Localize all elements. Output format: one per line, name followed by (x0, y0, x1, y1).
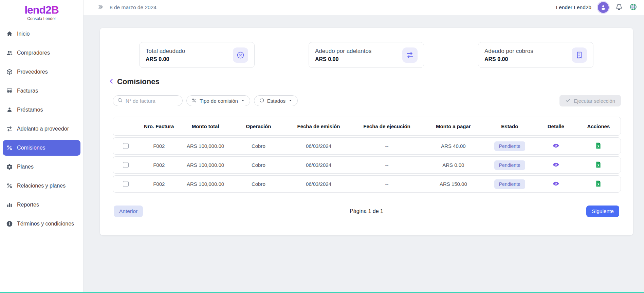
card-value: ARS 0.00 (315, 56, 371, 62)
table-row: F002 ARS 100,000.00 Cobro 06/03/2024 -- … (113, 137, 621, 155)
summary-card-adeudo-adelantos: Adeudo por adelantos ARS 0.00 (309, 42, 424, 68)
previous-page-button[interactable]: Anterior (114, 206, 143, 217)
sidebar-item-label: Inicio (17, 31, 30, 37)
language-globe-button[interactable] (629, 3, 637, 12)
sidebar: lend2B Consola Lender Inicio Compradores… (0, 0, 84, 293)
export-excel-button[interactable] (594, 141, 603, 151)
sidebar-item-facturas[interactable]: Facturas (3, 83, 80, 99)
cell-factura: F002 (139, 162, 180, 168)
sidebar-nav: Inicio Compradores Proveedores Facturas … (0, 26, 83, 232)
summary-cards: Total adeudado ARS 0.00 Adeudo por adela… (100, 28, 633, 68)
logo-subtitle: Consola Lender (0, 16, 83, 21)
sidebar-collapse-button[interactable] (96, 3, 105, 12)
invoice-search (113, 95, 183, 106)
card-value: ARS 0.00 (484, 56, 533, 62)
export-excel-button[interactable] (594, 179, 603, 189)
gear-icon (6, 163, 13, 171)
cell-fecha-ejecucion: -- (352, 143, 422, 149)
sidebar-item-inicio[interactable]: Inicio (3, 26, 80, 42)
search-input[interactable] (126, 98, 178, 104)
row-checkbox[interactable] (123, 181, 129, 187)
view-detail-button[interactable] (552, 179, 560, 189)
topbar-right-cluster: Lender Lend2b (556, 2, 637, 13)
cell-fecha-emision: 06/03/2024 (286, 143, 351, 149)
cell-fecha-emision: 06/03/2024 (286, 181, 351, 187)
table-header-row: Nro. Factura Monto total Operación Fecha… (113, 117, 621, 136)
chevron-down-icon (241, 98, 245, 104)
cell-factura: F002 (139, 143, 180, 149)
sidebar-item-label: Relaciones y planes (17, 183, 66, 189)
sidebar-item-adelanto-a-proveedor[interactable]: Adelanto a proveedor (3, 121, 80, 137)
status-filter[interactable]: Estados (254, 95, 298, 106)
main-panel: Total adeudado ARS 0.00 Adeudo por adela… (100, 28, 633, 235)
table-icon (6, 87, 13, 95)
receipt-icon (572, 47, 587, 63)
eye-icon (552, 161, 559, 169)
row-checkbox[interactable] (123, 162, 129, 168)
commission-type-filter[interactable]: Tipo de comisión (186, 95, 250, 106)
commissions-table: Nro. Factura Monto total Operación Fecha… (113, 117, 621, 193)
sidebar-item-terminos-y-condiciones[interactable]: Términos y condiciones (3, 216, 80, 232)
topbar: 8 de marzo de 2024 Lender Lend2b (84, 0, 644, 15)
summary-card-total-adeudado: Total adeudado ARS 0.00 (139, 42, 255, 68)
percent-icon (6, 144, 13, 152)
sidebar-item-label: Planes (17, 164, 34, 170)
brand-logo: lend2B Consola Lender (0, 0, 83, 26)
back-button[interactable] (108, 78, 115, 86)
column-header: Fecha de emisión (286, 123, 351, 129)
sidebar-item-reportes[interactable]: Reportes (3, 197, 80, 213)
card-value: ARS 0.00 (146, 56, 185, 62)
excel-file-icon (595, 180, 602, 188)
pagination: Anterior Página 1 de 1 Siguiente (114, 206, 619, 217)
execute-selection-button[interactable]: Ejecutar selección (559, 95, 621, 106)
sidebar-item-proveedores[interactable]: Proveedores (3, 64, 80, 80)
sidebar-item-label: Términos y condiciones (17, 221, 74, 227)
status-circle-icon (259, 98, 264, 104)
execute-selection-label: Ejecutar selección (574, 98, 615, 104)
sidebar-item-label: Facturas (17, 88, 38, 94)
excel-file-icon (595, 161, 602, 169)
transfer-arrows-icon (6, 125, 13, 133)
current-date: 8 de marzo de 2024 (110, 4, 157, 11)
percent-icon (191, 98, 197, 104)
cell-monto-total: ARS 100,000.00 (180, 162, 231, 168)
card-title: Total adeudado (146, 48, 185, 55)
percent-icon (6, 182, 13, 190)
next-page-button[interactable]: Siguiente (586, 206, 619, 217)
avatar[interactable] (598, 2, 609, 13)
transfer-arrows-icon (402, 47, 418, 63)
notifications-button[interactable] (615, 3, 623, 12)
search-icon (117, 97, 123, 104)
person-icon (600, 4, 607, 12)
check-icon (565, 98, 571, 104)
table-row: F002 ARS 100,000.00 Cobro 06/03/2024 -- … (113, 156, 621, 174)
content-area: Total adeudado ARS 0.00 Adeudo por adela… (84, 15, 644, 293)
cell-monto-total: ARS 100,000.00 (180, 181, 231, 187)
sidebar-item-label: Proveedores (17, 69, 48, 75)
logo-text: lend2B (0, 4, 83, 16)
people-icon (6, 49, 13, 57)
sidebar-item-prestamos[interactable]: Préstamos (3, 102, 80, 118)
column-header: Monto total (180, 123, 231, 129)
sidebar-item-relaciones-y-planes[interactable]: Relaciones y planes (3, 178, 80, 194)
row-checkbox[interactable] (123, 143, 129, 149)
summary-card-adeudo-cobros: Adeudo por cobros ARS 0.00 (478, 42, 593, 68)
sidebar-item-planes[interactable]: Planes (3, 159, 80, 175)
card-title: Adeudo por cobros (484, 48, 533, 55)
table-row: F002 ARS 100,000.00 Cobro 06/03/2024 -- … (113, 175, 621, 193)
double-chevron-right-icon (97, 4, 104, 11)
view-detail-button[interactable] (552, 141, 560, 151)
column-header: Estado (484, 123, 535, 129)
cell-operacion: Cobro (231, 162, 286, 168)
cell-monto-total: ARS 100,000.00 (180, 143, 231, 149)
column-header: Acciones (577, 123, 620, 129)
status-badge: Pendiente (494, 179, 525, 189)
logo-main: lend2 (24, 4, 51, 16)
sidebar-item-comisiones[interactable]: Comisiones (3, 140, 80, 156)
sidebar-item-compradores[interactable]: Compradores (3, 45, 80, 61)
export-excel-button[interactable] (594, 160, 603, 170)
view-detail-button[interactable] (552, 160, 560, 170)
percent-circle-icon (233, 47, 248, 63)
column-header: Fecha de ejecución (352, 123, 422, 129)
cell-fecha-emision: 06/03/2024 (286, 162, 351, 168)
